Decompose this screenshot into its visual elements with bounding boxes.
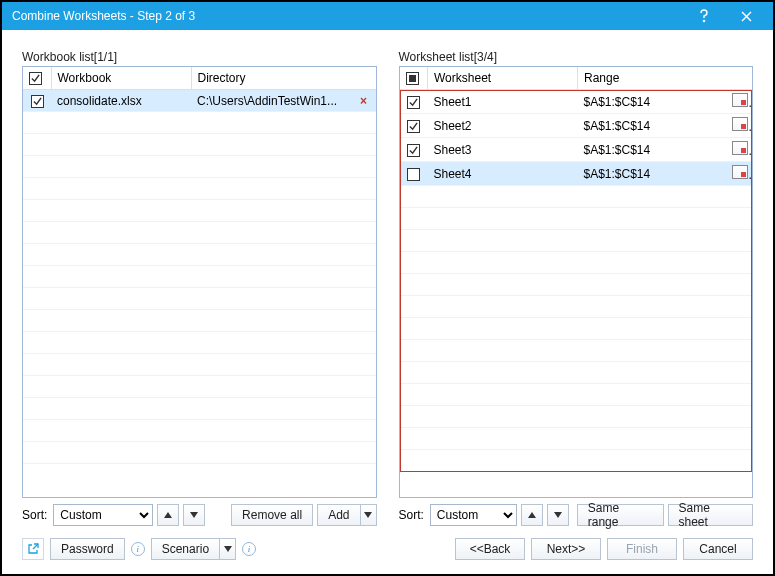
scenario-button[interactable]: Scenario (151, 538, 220, 560)
worksheet-sort-label: Sort: (399, 508, 424, 522)
workbook-sort-select[interactable]: Custom (53, 504, 153, 526)
workbook-move-down[interactable] (183, 504, 205, 526)
workbook-sort-label: Sort: (22, 508, 47, 522)
workbook-name: consolidate.xlsx (51, 90, 191, 112)
range-selector-icon[interactable] (732, 165, 748, 179)
workbook-move-up[interactable] (157, 504, 179, 526)
close-button[interactable] (725, 2, 767, 30)
window-title: Combine Worksheets - Step 2 of 3 (12, 9, 683, 23)
workbook-col-dir[interactable]: Directory (191, 67, 376, 90)
worksheet-move-down[interactable] (547, 504, 569, 526)
row-checkbox[interactable] (407, 96, 420, 109)
table-row[interactable]: Sheet3$A$1:$C$14 (400, 138, 753, 162)
range-selector-icon[interactable] (732, 117, 748, 131)
lists-row: Workbook list[1/1] Workbook Directory co… (22, 50, 753, 526)
worksheet-move-up[interactable] (521, 504, 543, 526)
next-button[interactable]: Next>> (531, 538, 601, 560)
range-selector-icon[interactable] (732, 141, 748, 155)
worksheet-range: $A$1:$C$14 (578, 162, 727, 186)
workbook-dir: C:\Users\AddinTestWin1... (191, 90, 351, 112)
password-button[interactable]: Password (50, 538, 125, 560)
worksheet-name: Sheet4 (428, 162, 578, 186)
worksheet-grid[interactable]: Worksheet Range Sheet1$A$1:$C$14Sheet2$A… (399, 66, 754, 498)
titlebar: Combine Worksheets - Step 2 of 3 (2, 2, 773, 30)
same-range-button[interactable]: Same range (577, 504, 664, 526)
worksheet-list-label: Worksheet list[3/4] (399, 50, 754, 64)
footer: Password Scenario <<Back Next>> Finish C… (22, 534, 753, 560)
range-selector-icon[interactable] (732, 93, 748, 107)
workbook-panel: Workbook list[1/1] Workbook Directory co… (22, 50, 377, 526)
worksheet-sort-select[interactable]: Custom (430, 504, 517, 526)
table-row[interactable]: consolidate.xlsxC:\Users\AddinTestWin1..… (23, 90, 376, 112)
scenario-info-icon[interactable] (242, 542, 256, 556)
add-button[interactable]: Add (317, 504, 360, 526)
worksheet-col-name[interactable]: Worksheet (428, 67, 578, 90)
worksheet-panel: Worksheet list[3/4] Worksheet Range Shee… (399, 50, 754, 526)
password-info-icon[interactable] (131, 542, 145, 556)
svg-point-0 (703, 20, 705, 22)
worksheet-controls: Sort: Custom Same range Same sheet (399, 504, 754, 526)
worksheet-header-checkbox[interactable] (406, 72, 419, 85)
worksheet-range: $A$1:$C$14 (578, 114, 727, 138)
worksheet-name: Sheet1 (428, 90, 578, 114)
same-sheet-button[interactable]: Same sheet (668, 504, 753, 526)
worksheet-range: $A$1:$C$14 (578, 90, 727, 114)
dialog-body: Workbook list[1/1] Workbook Directory co… (2, 30, 773, 574)
workbook-list-label: Workbook list[1/1] (22, 50, 377, 64)
workbook-header-checkbox[interactable] (29, 72, 42, 85)
workbook-controls: Sort: Custom Remove all Add (22, 504, 377, 526)
row-checkbox[interactable] (31, 95, 44, 108)
workbook-col-name[interactable]: Workbook (51, 67, 191, 90)
row-checkbox[interactable] (407, 144, 420, 157)
table-row[interactable]: Sheet1$A$1:$C$14 (400, 90, 753, 114)
add-dropdown[interactable] (361, 504, 377, 526)
table-row[interactable]: Sheet2$A$1:$C$14 (400, 114, 753, 138)
help-button[interactable] (683, 2, 725, 30)
dialog-window: Combine Worksheets - Step 2 of 3 Workboo… (2, 2, 773, 574)
scenario-dropdown[interactable] (220, 538, 236, 560)
finish-button: Finish (607, 538, 677, 560)
workbook-grid[interactable]: Workbook Directory consolidate.xlsxC:\Us… (22, 66, 377, 498)
worksheet-range: $A$1:$C$14 (578, 138, 727, 162)
worksheet-name: Sheet3 (428, 138, 578, 162)
row-checkbox[interactable] (407, 120, 420, 133)
back-button[interactable]: <<Back (455, 538, 525, 560)
remove-row-icon[interactable]: × (351, 90, 375, 112)
remove-all-button[interactable]: Remove all (231, 504, 313, 526)
worksheet-col-range[interactable]: Range (578, 67, 753, 90)
svg-line-3 (33, 544, 38, 549)
row-checkbox[interactable] (407, 168, 420, 181)
share-icon[interactable] (22, 538, 44, 560)
worksheet-name: Sheet2 (428, 114, 578, 138)
table-row[interactable]: Sheet4$A$1:$C$14 (400, 162, 753, 186)
cancel-button[interactable]: Cancel (683, 538, 753, 560)
